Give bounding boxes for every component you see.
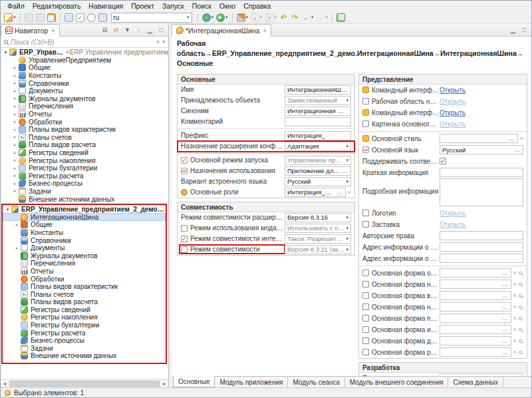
clear-icon[interactable]: × [513,315,517,321]
textarea-field[interactable] [440,178,523,206]
expanded-arrow-icon[interactable]: ▾ [4,207,11,212]
checkbox[interactable] [362,281,369,288]
tree-item[interactable]: Внешние источники данных [3,352,166,360]
close-icon[interactable]: × [51,27,55,34]
text-field[interactable] [440,168,523,177]
collapsed-arrow-icon[interactable]: ▸ [11,81,19,86]
bottom-tab[interactable]: Модуль приложения [215,377,288,387]
clear-icon[interactable]: × [513,292,517,299]
back-nav-icon[interactable]: ▾ [301,13,315,23]
tree-item[interactable]: Регистры расчета [3,329,166,337]
search-icon[interactable] [519,294,522,298]
text-field[interactable] [440,254,523,263]
menu-item[interactable]: Редактировать [29,1,85,11]
expanded-arrow-icon[interactable]: ▾ [2,50,9,55]
text-field[interactable] [440,242,523,252]
tree-item[interactable]: ▸Регистры бухгалтерии [1,164,168,172]
forward-history-icon[interactable] [289,13,301,23]
search-icon[interactable] [519,339,522,343]
tree-item[interactable]: ИнтеграционнаяШина [3,213,166,221]
horizontal-scrollbar[interactable]: ◂ ▸ [1,379,168,387]
tree-item[interactable]: Регистры накопления [3,313,166,321]
maximize-icon[interactable]: □ [157,27,166,33]
menu-item[interactable]: Поиск [188,1,215,11]
language-combo[interactable]: ru▾ [111,13,192,23]
tree-item[interactable]: ▸Журналы документов [1,95,168,103]
dropdown-field[interactable]: Русский▾ [285,177,351,186]
bottom-tab[interactable]: Модуль внешнего соединения [345,377,449,387]
text-field[interactable]: ИнтеграционнаяШина [285,85,351,95]
collapsed-arrow-icon[interactable]: ▸ [11,96,19,101]
tree-item[interactable]: ▸Отчеты [1,110,168,118]
tree-item[interactable]: ▸Документы [1,87,168,95]
tree-item[interactable]: УправлениеПредприятием [1,57,168,65]
browse-dots-icon[interactable]: … [502,349,509,355]
clear-icon[interactable]: × [513,326,517,333]
checkbox[interactable] [362,98,369,104]
browse-dots-icon[interactable]: … [502,303,509,310]
picker-field[interactable]: … [440,291,511,300]
collapsed-arrow-icon[interactable]: ▸ [11,127,19,132]
clear-icon[interactable]: × [513,270,517,276]
collapsed-arrow-icon[interactable]: ▸ [11,89,19,94]
dropdown-field[interactable]: Адаптация▾ [285,142,351,151]
checkbox[interactable] [362,270,369,276]
checkbox[interactable] [362,303,369,310]
search-icon[interactable] [519,351,522,354]
search-icon[interactable] [519,317,522,320]
picker-field[interactable]: … [440,325,511,334]
tree-item[interactable]: ▸Бизнес-процессы [1,180,168,188]
collapsed-arrow-icon[interactable]: ▸ [11,65,19,71]
tree-item[interactable]: Планы видов расчета [3,298,166,306]
collapsed-arrow-icon[interactable]: ▸ [11,134,19,140]
browse-dots-icon[interactable]: … [502,270,509,276]
bottom-tab[interactable]: Модуль сеанса [288,377,344,387]
browse-dots-icon[interactable]: … [514,146,521,153]
back-history-icon[interactable] [278,13,289,23]
tree-item[interactable]: Регистры бухгалтерии [3,321,166,329]
search-icon[interactable] [519,305,522,309]
search-icon[interactable] [519,283,522,286]
clear-icon[interactable]: × [348,189,351,196]
browse-dots-icon[interactable]: … [502,292,509,299]
collapsed-arrow-icon[interactable]: ▸ [11,173,19,178]
search-clear-icon[interactable]: × [156,39,160,46]
scroll-right-icon[interactable]: ▸ [160,381,168,387]
clear-icon[interactable]: × [513,281,517,288]
open-link[interactable]: Открыть [440,87,466,94]
picker-field[interactable]: … [440,347,511,357]
tree-item[interactable]: Планы счетов [3,290,166,298]
menu-item[interactable]: Проект [127,1,158,11]
tree-item[interactable]: ▸Общие [3,221,166,229]
tree-item[interactable]: Внешние источники данных [1,195,168,203]
checkbox[interactable] [362,337,369,344]
debug-config-icon[interactable]: ▾ [201,13,215,23]
tree-item[interactable]: ▸Регистры расчета [1,172,168,180]
browse-dots-icon[interactable]: … [502,281,509,288]
tree-item[interactable]: Константы [3,229,166,237]
checkbox[interactable] [362,326,369,333]
collapsed-arrow-icon[interactable]: ▸ [11,112,19,117]
view-menu-icon[interactable]: ⋮ [134,27,143,33]
clear-icon[interactable]: × [513,303,517,310]
search-icon[interactable] [519,272,522,275]
tree-item[interactable]: ▸Планы счетов [1,134,168,142]
run-icon[interactable]: ▾ [215,13,229,23]
history-icon[interactable] [86,13,97,23]
checkbox[interactable] [362,349,369,355]
browse-dots-icon[interactable]: … [502,337,509,344]
browse-dots-icon[interactable]: … [502,315,509,321]
collapsed-arrow-icon[interactable]: ▸ [11,150,19,156]
tree-item[interactable]: Регистры сведений [3,306,166,314]
collapsed-arrow-icon[interactable]: ▸ [11,73,19,79]
search-options-icon[interactable]: ▾ [162,39,165,45]
picker-field[interactable]: … [440,302,511,311]
checkbox[interactable] [181,236,188,242]
open-editor-icon[interactable] [335,13,346,23]
menu-item[interactable]: Справка [239,1,275,11]
checkbox[interactable] [362,221,369,228]
picker-field[interactable]: … [440,336,511,345]
picker-field[interactable]: Приложение для платформы… [285,166,351,176]
close-icon[interactable]: × [263,27,266,34]
minimize-icon[interactable]: ▁ [509,27,517,33]
